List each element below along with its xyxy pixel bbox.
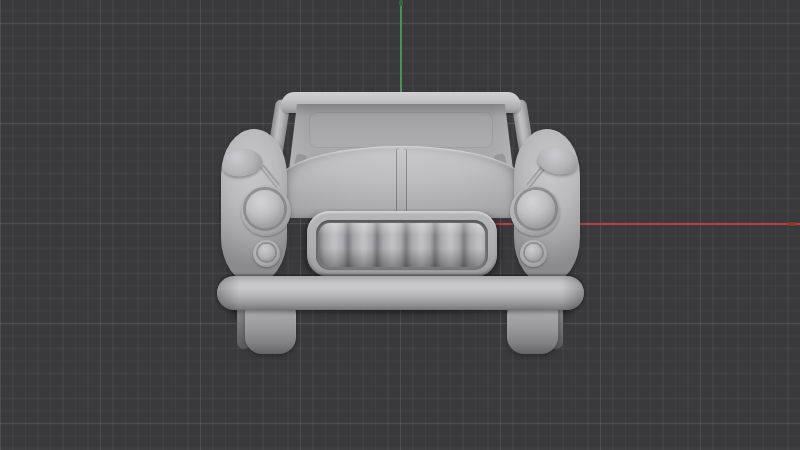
small-light-lens-right bbox=[525, 244, 542, 261]
small-light-lens-left bbox=[258, 244, 275, 261]
y-axis-line bbox=[400, 0, 402, 101]
car-model[interactable] bbox=[215, 88, 585, 358]
headlight-lens-right bbox=[517, 190, 555, 228]
headlight-lens-left bbox=[246, 190, 284, 228]
3d-viewport[interactable] bbox=[0, 0, 800, 450]
rear-window-through-glass bbox=[309, 112, 493, 148]
grille-slats bbox=[319, 223, 485, 267]
front-bumper bbox=[217, 276, 584, 310]
app-window bbox=[0, 0, 800, 450]
hood-center-seam bbox=[396, 148, 407, 216]
